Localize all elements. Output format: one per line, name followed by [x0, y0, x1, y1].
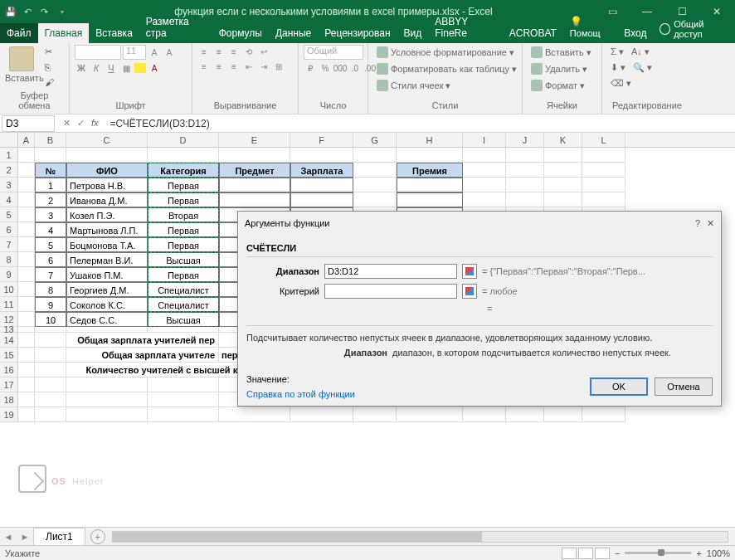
- cell[interactable]: [544, 178, 582, 192]
- cell[interactable]: Иванова Д.М.: [66, 192, 148, 207]
- cell[interactable]: Первая: [148, 178, 219, 192]
- cell[interactable]: [290, 192, 353, 207]
- align-left-icon[interactable]: ≡: [197, 60, 211, 73]
- enter-formula-icon[interactable]: ✓: [77, 118, 85, 129]
- cell[interactable]: [148, 327, 219, 333]
- ok-button[interactable]: OK: [590, 377, 648, 396]
- cell[interactable]: Специалист: [148, 282, 219, 297]
- cell[interactable]: Специалист: [148, 297, 219, 312]
- view-layout-icon[interactable]: [578, 548, 593, 559]
- cell[interactable]: Высшая: [148, 312, 219, 327]
- cell[interactable]: [506, 148, 544, 163]
- zoom-value[interactable]: 100%: [707, 548, 730, 558]
- cell[interactable]: [506, 163, 544, 178]
- row-header[interactable]: 10: [0, 282, 18, 297]
- cell[interactable]: [18, 333, 35, 348]
- cell[interactable]: 8: [35, 282, 66, 297]
- cell[interactable]: [290, 148, 353, 163]
- cell[interactable]: Седов С.С.: [66, 312, 148, 327]
- font-color-button[interactable]: A: [148, 61, 161, 75]
- cell[interactable]: Козел П.Э.: [66, 207, 148, 222]
- tab-formulas[interactable]: Формулы: [212, 23, 269, 43]
- row-header[interactable]: 1: [0, 148, 18, 163]
- cell[interactable]: [582, 178, 625, 192]
- cell[interactable]: Первая: [148, 237, 219, 252]
- sheet-next-icon[interactable]: ►: [17, 532, 33, 542]
- cell[interactable]: [463, 163, 506, 178]
- row-header[interactable]: 17: [0, 377, 18, 392]
- cell[interactable]: [544, 163, 582, 178]
- cell[interactable]: [544, 148, 582, 163]
- row-header[interactable]: 11: [0, 297, 18, 312]
- cell[interactable]: [66, 327, 148, 333]
- cell[interactable]: [353, 192, 397, 207]
- cell-styles-button[interactable]: Стили ячеек ▾: [373, 78, 454, 93]
- cell[interactable]: [66, 407, 148, 422]
- cell[interactable]: Категория: [148, 163, 219, 178]
- cell[interactable]: [18, 148, 35, 163]
- delete-cell-button[interactable]: Удалить ▾: [528, 61, 591, 76]
- cell[interactable]: [397, 148, 463, 163]
- insert-cell-button[interactable]: Вставить ▾: [528, 45, 595, 60]
- cell[interactable]: Премия: [397, 163, 463, 178]
- cell[interactable]: [66, 392, 148, 407]
- row-header[interactable]: 13: [0, 327, 18, 333]
- col-g[interactable]: G: [353, 133, 397, 147]
- name-box[interactable]: D3: [2, 115, 55, 132]
- row-header[interactable]: 3: [0, 178, 18, 192]
- cell[interactable]: [544, 192, 582, 207]
- row-header[interactable]: 4: [0, 192, 18, 207]
- cell[interactable]: Общая зарплата учителей пер: [66, 333, 219, 348]
- indent-dec-icon[interactable]: ⇤: [242, 60, 256, 73]
- zoom-slider[interactable]: [625, 552, 691, 554]
- row-header[interactable]: 19: [0, 407, 18, 422]
- cell[interactable]: [18, 207, 35, 222]
- sheet-tab-1[interactable]: Лист1: [33, 528, 85, 545]
- cell[interactable]: 4: [35, 222, 66, 237]
- cancel-formula-icon[interactable]: ✕: [63, 118, 71, 129]
- dialog-close-icon[interactable]: ✕: [707, 218, 714, 229]
- col-a[interactable]: A: [18, 133, 35, 147]
- cell[interactable]: [18, 237, 35, 252]
- cell[interactable]: [18, 178, 35, 192]
- cell[interactable]: 7: [35, 267, 66, 282]
- cell[interactable]: [35, 407, 66, 422]
- view-normal-icon[interactable]: [562, 548, 577, 559]
- indent-inc-icon[interactable]: ⇥: [257, 60, 270, 73]
- inc-decimal-icon[interactable]: .0: [348, 61, 362, 75]
- cell[interactable]: [463, 148, 506, 163]
- cell[interactable]: [148, 148, 219, 163]
- cell[interactable]: [506, 407, 544, 422]
- underline-button[interactable]: Ч: [105, 61, 118, 75]
- zoom-out-icon[interactable]: −: [615, 548, 620, 558]
- cell[interactable]: [18, 312, 35, 327]
- tab-view[interactable]: Вид: [397, 23, 429, 43]
- copy-button[interactable]: ⎘: [41, 61, 57, 74]
- row-header[interactable]: 6: [0, 222, 18, 237]
- col-i[interactable]: I: [463, 133, 506, 147]
- italic-button[interactable]: К: [90, 61, 103, 75]
- cell[interactable]: [397, 407, 463, 422]
- row-header[interactable]: 15: [0, 348, 18, 363]
- tab-acrobat[interactable]: ACROBAT: [503, 23, 563, 43]
- align-bot-icon[interactable]: ≡: [227, 45, 241, 58]
- cell[interactable]: Соколов К.С.: [66, 297, 148, 312]
- cell[interactable]: [35, 348, 66, 363]
- cell[interactable]: [18, 363, 35, 377]
- col-k[interactable]: K: [544, 133, 582, 147]
- cell[interactable]: Пелерман В.И.: [66, 252, 148, 267]
- cell[interactable]: Первая: [148, 267, 219, 282]
- cell[interactable]: Первая: [148, 192, 219, 207]
- fill-button[interactable]: ⬇ ▾ 🔍 ▾: [607, 61, 655, 75]
- cell[interactable]: [35, 363, 66, 377]
- cell[interactable]: [353, 178, 397, 192]
- col-b[interactable]: B: [35, 133, 66, 147]
- dialog-help-icon[interactable]: ?: [695, 218, 700, 229]
- fill-color-button[interactable]: [134, 63, 146, 73]
- col-d[interactable]: D: [148, 133, 219, 147]
- cell[interactable]: Общая зарплата учителе: [66, 348, 219, 363]
- cell[interactable]: Георгиев Д.М.: [66, 282, 148, 297]
- tab-data[interactable]: Данные: [269, 23, 318, 43]
- border-button[interactable]: ▦: [119, 61, 133, 75]
- dialog-help-link[interactable]: Справка по этой функции: [246, 389, 355, 399]
